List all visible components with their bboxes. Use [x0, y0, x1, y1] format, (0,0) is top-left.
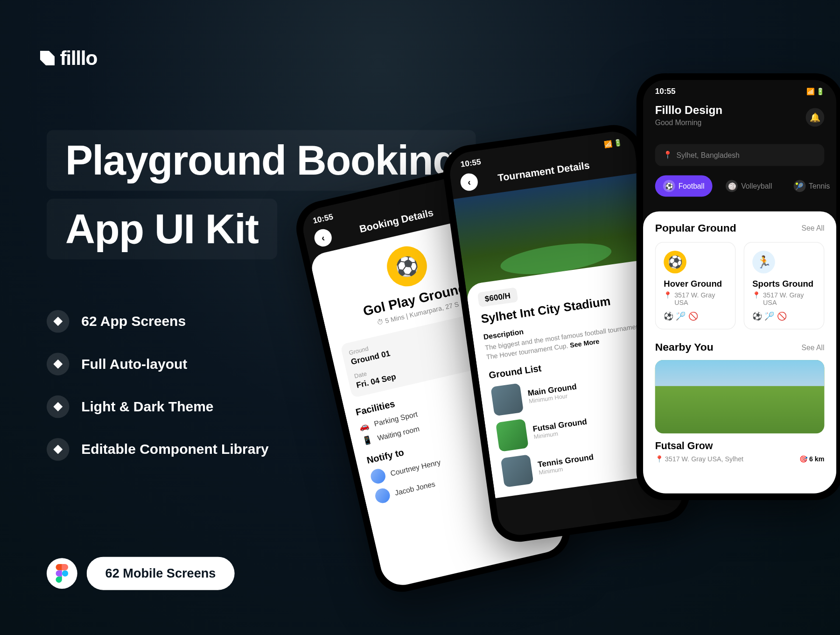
ground-thumb: [490, 383, 524, 416]
avatar: [374, 487, 392, 505]
sport-icons: ⚽ 🏸 🚫: [752, 311, 816, 321]
section-header: Popular Ground See All: [655, 222, 825, 234]
brand-icon: [40, 51, 55, 65]
ground-thumb: [496, 419, 529, 452]
nearby-meta: 📍 3517 W. Gray USA, Sylhet 🎯 6 km: [655, 455, 825, 463]
figma-icon: [56, 564, 69, 583]
ground-thumb: [501, 454, 534, 487]
back-button[interactable]: ‹: [459, 172, 479, 192]
cta-row: 62 Mobile Screens: [47, 557, 234, 590]
sport-icons: ⚽ 🏸 🚫: [664, 311, 727, 321]
status-bar: 10:55📶🔋: [643, 80, 836, 99]
football-icon: ⚽: [663, 180, 675, 192]
pin-icon: 📍: [664, 291, 672, 306]
price-badge: $600/H: [477, 287, 518, 307]
pin-icon: 📍: [663, 151, 672, 160]
see-more-link[interactable]: See More: [569, 338, 600, 349]
headline-line2: App UI Kit: [47, 199, 277, 260]
category-tab[interactable]: 🏐Volleyball: [718, 176, 780, 197]
cta-pill[interactable]: 62 Mobile Screens: [87, 557, 235, 590]
figma-badge[interactable]: [47, 558, 77, 589]
car-icon: 🚗: [358, 420, 370, 431]
volleyball-icon: 🏐: [726, 180, 738, 192]
see-all-link[interactable]: See All: [802, 343, 825, 351]
brand-logo: filllo: [40, 47, 97, 70]
avatar: [369, 467, 387, 485]
brand-text: filllo: [60, 47, 97, 70]
svg-point-0: [62, 570, 68, 576]
diamond-icon: [47, 353, 70, 375]
feature-item: 62 App Screens: [47, 310, 269, 333]
ground-card[interactable]: ⚽ Hover Ground 📍3517 W. Gray USA ⚽ 🏸 🚫: [655, 242, 736, 329]
nearby-title: Futsal Grow: [655, 440, 825, 451]
pin-icon: 📍: [655, 455, 663, 463]
category-tab[interactable]: ⚽Football: [655, 176, 713, 197]
nearby-image[interactable]: [655, 360, 825, 433]
feature-item: Light & Dark Theme: [47, 395, 269, 418]
tennis-icon: 🎾: [793, 180, 805, 192]
feature-item: Editable Component Library: [47, 438, 269, 461]
phone-home: 10:55📶🔋 Filllo Design Good Morning 🔔 📍Sy…: [637, 73, 840, 500]
category-tab[interactable]: 🎾Tennis: [785, 176, 836, 197]
card-avatar: 🏃: [752, 251, 775, 274]
greeting: Good Morning: [655, 119, 825, 127]
diamond-icon: [47, 310, 70, 333]
card-avatar: ⚽: [664, 251, 686, 274]
feature-item: Full Auto-layout: [47, 353, 269, 375]
feature-list: 62 App Screens Full Auto-layout Light & …: [47, 310, 269, 461]
user-name: Filllo Design: [655, 104, 825, 118]
location-input[interactable]: 📍Sylhet, Bangladesh: [655, 144, 825, 166]
room-icon: 📱: [362, 435, 373, 446]
pin-icon: 📍: [752, 291, 760, 306]
section-header: Nearby You See All: [655, 341, 825, 353]
diamond-icon: [47, 395, 70, 418]
diamond-icon: [47, 438, 70, 461]
see-all-link[interactable]: See All: [802, 224, 825, 232]
ground-avatar: ⚽: [383, 242, 431, 290]
category-tabs: ⚽Football 🏐Volleyball 🎾Tennis: [643, 166, 836, 206]
notification-button[interactable]: 🔔: [805, 108, 824, 127]
back-button[interactable]: ‹: [313, 227, 334, 248]
ground-card[interactable]: 🏃 Sports Ground 📍3517 W. Gray USA ⚽ 🏸 🚫: [744, 242, 825, 329]
